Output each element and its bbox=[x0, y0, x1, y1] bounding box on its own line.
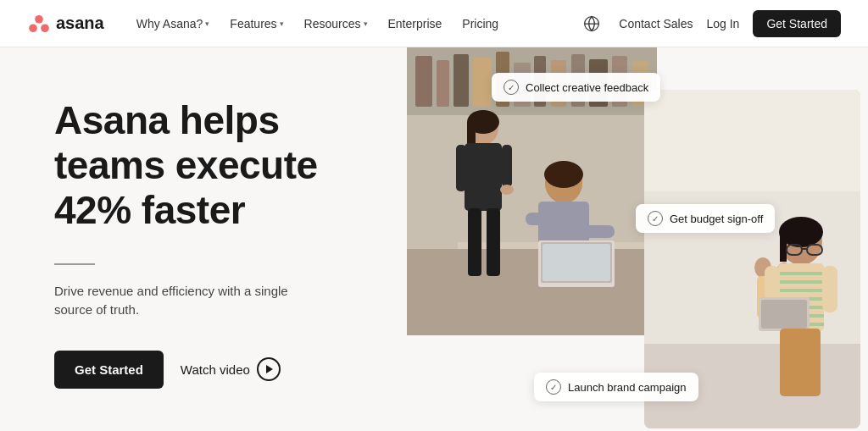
svg-rect-34 bbox=[555, 225, 615, 238]
contact-sales-link[interactable]: Contact Sales bbox=[619, 17, 693, 30]
svg-rect-23 bbox=[465, 143, 502, 211]
badge-budget-signoff: ✓ Get budget sign-off bbox=[636, 204, 775, 233]
chevron-down-icon: ▾ bbox=[280, 19, 284, 28]
main-content: Asana helps teams execute 42% faster Dri… bbox=[0, 47, 868, 431]
chevron-down-icon: ▾ bbox=[205, 19, 209, 28]
svg-rect-60 bbox=[822, 266, 837, 312]
play-triangle-icon bbox=[266, 365, 273, 373]
svg-rect-53 bbox=[778, 280, 824, 284]
badge-launch-campaign: ✓ Launch brand campaign bbox=[534, 373, 698, 401]
nav-right: Contact Sales Log In Get Started bbox=[578, 10, 841, 37]
svg-rect-25 bbox=[502, 145, 512, 187]
nav-links: Why Asana? ▾ Features ▾ Resources ▾ Ente… bbox=[128, 12, 579, 36]
logo[interactable]: asana bbox=[27, 12, 104, 36]
globe-language-button[interactable] bbox=[578, 10, 605, 37]
hero-divider bbox=[54, 263, 95, 265]
svg-rect-33 bbox=[526, 213, 568, 225]
get-started-hero-button[interactable]: Get Started bbox=[54, 351, 164, 389]
svg-point-26 bbox=[500, 185, 514, 195]
svg-rect-64 bbox=[780, 329, 821, 396]
badge-launch-campaign-label: Launch brand campaign bbox=[568, 381, 687, 394]
svg-rect-62 bbox=[761, 300, 807, 329]
check-icon: ✓ bbox=[546, 379, 561, 395]
svg-rect-39 bbox=[644, 90, 860, 191]
badge-collect-feedback: ✓ Collect creative feedback bbox=[492, 73, 660, 102]
svg-rect-24 bbox=[456, 145, 466, 191]
svg-point-1 bbox=[29, 24, 37, 32]
chevron-down-icon: ▾ bbox=[364, 19, 368, 28]
watch-video-button[interactable]: Watch video bbox=[181, 357, 281, 381]
get-started-nav-button[interactable]: Get Started bbox=[753, 10, 841, 37]
svg-point-2 bbox=[41, 24, 49, 32]
svg-rect-7 bbox=[437, 60, 449, 107]
hero-subtext: Drive revenue and efficiency with a sing… bbox=[54, 282, 309, 320]
hero-actions: Get Started Watch video bbox=[54, 351, 373, 389]
svg-rect-8 bbox=[453, 54, 469, 107]
log-in-link[interactable]: Log In bbox=[706, 17, 739, 30]
hero-headline: Asana helps teams execute 42% faster bbox=[54, 98, 373, 233]
svg-rect-27 bbox=[468, 208, 481, 276]
badge-collect-feedback-label: Collect creative feedback bbox=[526, 81, 648, 94]
svg-rect-37 bbox=[542, 244, 610, 281]
nav-resources[interactable]: Resources ▾ bbox=[296, 12, 376, 36]
svg-rect-54 bbox=[778, 289, 824, 292]
hero-left: Asana helps teams execute 42% faster Dri… bbox=[0, 47, 407, 431]
hero-right: ✓ Collect creative feedback ✓ Get budget… bbox=[407, 47, 868, 431]
nav-features[interactable]: Features ▾ bbox=[221, 12, 292, 36]
nav-enterprise[interactable]: Enterprise bbox=[380, 12, 451, 36]
logo-text: asana bbox=[56, 14, 104, 33]
check-icon: ✓ bbox=[504, 80, 519, 95]
svg-rect-28 bbox=[487, 208, 500, 276]
svg-point-31 bbox=[544, 161, 583, 188]
svg-rect-47 bbox=[780, 232, 787, 262]
badge-budget-signoff-label: Get budget sign-off bbox=[670, 213, 763, 225]
play-icon bbox=[257, 357, 281, 381]
svg-point-0 bbox=[35, 14, 43, 23]
svg-rect-6 bbox=[415, 56, 432, 107]
navigation: asana Why Asana? ▾ Features ▾ Resources … bbox=[0, 0, 868, 47]
nav-pricing[interactable]: Pricing bbox=[453, 12, 507, 36]
check-icon: ✓ bbox=[648, 211, 663, 226]
nav-why-asana[interactable]: Why Asana? ▾ bbox=[128, 12, 219, 36]
svg-rect-9 bbox=[473, 58, 492, 107]
svg-rect-52 bbox=[778, 272, 824, 275]
svg-rect-50 bbox=[802, 248, 807, 250]
svg-rect-19 bbox=[407, 249, 657, 335]
